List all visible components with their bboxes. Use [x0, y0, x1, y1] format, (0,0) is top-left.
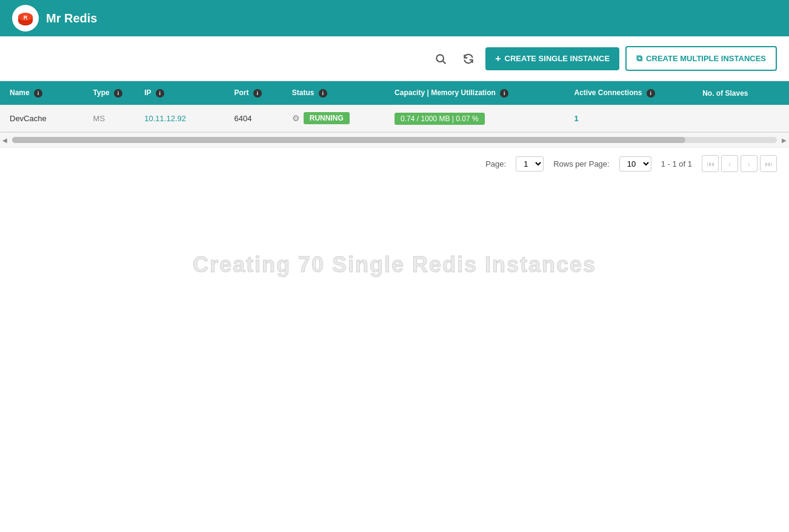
create-single-instance-button[interactable]: + CREATE SINGLE INSTANCE	[485, 47, 619, 70]
search-button[interactable]	[430, 50, 451, 67]
gear-icon: ⚙	[292, 113, 300, 123]
cell-port: 6404	[224, 105, 282, 132]
table-header-row: Name i Type i IP i Port i Status i	[0, 81, 789, 105]
cell-connections: 1	[564, 105, 693, 132]
col-header-connections: Active Connections i	[564, 81, 693, 105]
col-header-name: Name i	[0, 81, 84, 105]
cell-status: ⚙RUNNING	[282, 105, 385, 132]
table-row[interactable]: DevCacheMS10.11.12.926404⚙RUNNING0.74 / …	[0, 105, 789, 132]
type-info-icon[interactable]: i	[114, 89, 122, 98]
app-title: Mr Redis	[46, 12, 97, 25]
col-header-type: Type i	[84, 81, 135, 105]
cell-type: MS	[84, 105, 135, 132]
copy-icon: ⧉	[636, 53, 642, 64]
scrollbar-thumb	[12, 137, 685, 143]
pagination-bar: Page: 1 Rows per Page: 10 25 50 1 - 1 of…	[0, 147, 789, 179]
port-info-icon[interactable]: i	[253, 89, 262, 98]
col-header-capacity: Capacity | Memory Utilization i	[385, 81, 564, 105]
rows-per-page-label: Rows per Page:	[553, 159, 610, 168]
cell-capacity: 0.74 / 1000 MB | 0.07 %	[385, 105, 564, 132]
capacity-badge: 0.74 / 1000 MB | 0.07 %	[394, 113, 485, 125]
refresh-button[interactable]	[458, 50, 479, 67]
app-header: R Mr Redis	[0, 0, 789, 36]
scrollbar-track[interactable]	[12, 137, 777, 143]
svg-point-5	[437, 55, 444, 62]
watermark-text: Creating 70 Single Redis Instances	[0, 252, 789, 278]
connections-info-icon[interactable]: i	[647, 89, 655, 98]
name-info-icon[interactable]: i	[34, 89, 42, 98]
refresh-icon	[462, 53, 474, 65]
first-page-button[interactable]: ⏮	[702, 155, 719, 172]
prev-page-button[interactable]: ‹	[721, 155, 738, 172]
cell-name: DevCache	[0, 105, 84, 132]
horizontal-scrollbar[interactable]: ◀ ▶	[0, 132, 789, 147]
status-info-icon[interactable]: i	[319, 89, 327, 98]
ip-info-icon[interactable]: i	[156, 89, 164, 98]
instances-table: Name i Type i IP i Port i Status i	[0, 81, 789, 132]
col-header-slaves: No. of Slaves	[693, 81, 789, 105]
toolbar: + CREATE SINGLE INSTANCE ⧉ CREATE MULTIP…	[0, 36, 789, 81]
pagination-range: 1 - 1 of 1	[661, 159, 692, 168]
plus-icon: +	[495, 53, 501, 64]
svg-line-6	[443, 61, 446, 64]
col-header-port: Port i	[224, 81, 282, 105]
col-header-status: Status i	[282, 81, 385, 105]
next-page-button[interactable]: ›	[741, 155, 757, 172]
last-page-button[interactable]: ⏭	[760, 155, 777, 172]
cell-ip: 10.11.12.92	[135, 105, 224, 132]
cell-slaves	[693, 105, 789, 132]
scroll-right-arrow[interactable]: ▶	[779, 135, 789, 145]
create-multiple-instances-button[interactable]: ⧉ CREATE MULTIPLE INSTANCES	[625, 46, 777, 71]
capacity-info-icon[interactable]: i	[500, 89, 508, 98]
app-logo: R	[12, 5, 39, 32]
page-select[interactable]: 1	[516, 156, 544, 171]
create-single-label: CREATE SINGLE INSTANCE	[505, 54, 610, 63]
create-multiple-label: CREATE MULTIPLE INSTANCES	[646, 54, 766, 63]
col-header-ip: IP i	[135, 81, 224, 105]
search-icon	[434, 53, 447, 65]
logo-icon: R	[16, 8, 35, 28]
pagination-navigation: ⏮ ‹ › ⏭	[702, 155, 777, 172]
page-label: Page:	[485, 159, 506, 168]
instances-table-container: Name i Type i IP i Port i Status i	[0, 81, 789, 147]
status-badge: RUNNING	[304, 112, 350, 124]
rows-per-page-select[interactable]: 10 25 50	[619, 156, 651, 171]
svg-text:R: R	[24, 15, 28, 21]
scroll-left-arrow[interactable]: ◀	[0, 135, 10, 145]
